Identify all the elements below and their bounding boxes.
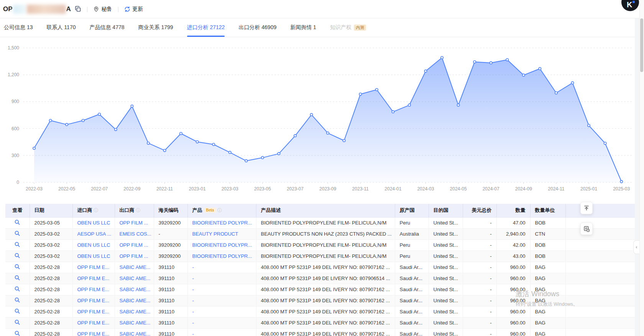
exporter-link[interactable]: SABIC AME...	[120, 287, 151, 292]
product-link[interactable]: -	[192, 331, 194, 336]
importer-link[interactable]: OPP FILM E...	[77, 309, 110, 315]
svg-text:1,200: 1,200	[8, 72, 19, 77]
product-link[interactable]: BIOORIENTED POLYPR...	[192, 242, 252, 248]
cell-destination: United St...	[429, 262, 463, 273]
beta-badge: Beta	[204, 208, 216, 213]
importer-link[interactable]: OPP FILM E...	[77, 275, 110, 281]
view-magnifier-icon[interactable]	[14, 297, 20, 303]
product-link[interactable]: BIOORIENTED POLYPR...	[192, 220, 252, 226]
tab-7[interactable]: 知识产权内测	[330, 18, 366, 37]
importer-link[interactable]: OPP FILM E...	[77, 320, 110, 326]
product-link[interactable]: -	[192, 309, 194, 315]
feedback-button[interactable]	[580, 223, 593, 235]
cell-quantity: 960.00	[496, 262, 530, 273]
back-to-top-button[interactable]	[580, 202, 593, 214]
col-header-importer: 进口商ⓘ	[72, 204, 115, 217]
cell-exporter: SABIC AME...	[115, 262, 154, 273]
cell-usd_total: -	[463, 273, 496, 284]
import-trend-chart: 03006009001,2001,5002022-032022-052022-0…	[0, 37, 639, 195]
refresh-button[interactable]: 更新	[124, 6, 143, 13]
cell-quantity: 960.00	[496, 317, 530, 328]
exporter-link[interactable]: SABIC AME...	[120, 275, 151, 281]
location-button[interactable]: 秘鲁	[93, 6, 112, 13]
view-magnifier-icon[interactable]	[14, 230, 20, 236]
cell-origin: Peru	[395, 251, 429, 262]
tab-5[interactable]: 出口分析 46909	[238, 18, 276, 37]
importer-link[interactable]: OBEN US LLC	[77, 242, 110, 248]
view-magnifier-icon[interactable]	[14, 219, 20, 225]
info-icon[interactable]: ⓘ	[136, 208, 141, 213]
svg-text:2024-03: 2024-03	[417, 186, 434, 192]
table-row: 2025-02-28OPP FILM E...SABIC AME...39111…	[5, 306, 635, 317]
collapse-panel-tab[interactable]: ‹	[633, 240, 639, 254]
cell-importer: OPP FILM E...	[72, 295, 115, 306]
table-row: 2025-02-28OPP FILM E...SABIC AME...39111…	[5, 328, 635, 336]
importer-link[interactable]: AESOP USA ...	[77, 231, 112, 237]
product-link[interactable]: -	[192, 275, 194, 281]
right-gutter	[635, 18, 639, 336]
shipments-table-wrap: 查看日期进口商ⓘ出口商ⓘ海关编码产品Betaⓘ产品描述原产国目的国美元总价数量数…	[5, 204, 635, 336]
cell-date: 2025-02-28	[30, 284, 72, 295]
cell-importer: OPP FILM E...	[72, 306, 115, 317]
tab-4[interactable]: 进口分析 27122	[187, 18, 225, 37]
view-magnifier-icon[interactable]	[14, 264, 20, 270]
importer-link[interactable]: OPP FILM E...	[77, 331, 110, 336]
exporter-link[interactable]: EMEIS COS...	[120, 231, 151, 237]
cell-origin: Saudi Ar...	[395, 284, 429, 295]
redacted-title-patch-2	[27, 5, 66, 14]
exporter-link[interactable]: OPP FILM ...	[120, 253, 148, 259]
cell-quantity: 960.00	[496, 306, 530, 317]
cell-date: 2025-03-02	[30, 228, 72, 239]
product-link[interactable]: BIOORIENTED POLYPR...	[192, 253, 252, 259]
cell-description: BIORIENTED POLYPROPYLENE FILM- PELICULA,…	[256, 217, 395, 228]
tab-label: 出口分析 46909	[238, 24, 276, 31]
view-magnifier-icon[interactable]	[14, 330, 20, 336]
product-link[interactable]: -	[192, 320, 194, 326]
scrollbar-thumb[interactable]	[640, 18, 643, 72]
view-magnifier-icon[interactable]	[14, 308, 20, 314]
svg-text:2023-03: 2023-03	[222, 186, 238, 192]
view-magnifier-icon[interactable]	[14, 241, 20, 247]
svg-text:2022-07: 2022-07	[91, 186, 108, 192]
cell-usd_total: -	[463, 306, 496, 317]
view-magnifier-icon[interactable]	[14, 252, 20, 259]
copy-icon[interactable]	[75, 6, 81, 12]
col-header-label: 美元总价	[472, 207, 492, 213]
exporter-link[interactable]: OPP FILM ...	[120, 242, 148, 248]
tab-label: 联系人 1170	[46, 24, 76, 31]
tab-1[interactable]: 联系人 1170	[46, 18, 76, 37]
importer-link[interactable]: OPP FILM E...	[77, 287, 110, 292]
tab-6[interactable]: 新闻舆情 1	[290, 18, 316, 37]
view-magnifier-icon[interactable]	[14, 286, 20, 292]
exporter-link[interactable]: SABIC AME...	[120, 298, 151, 303]
importer-link[interactable]: OPP FILM E...	[77, 264, 110, 270]
col-header-label: 海关编码	[159, 207, 179, 213]
product-link[interactable]: BEAUTY PRODUCT	[192, 231, 238, 237]
exporter-link[interactable]: SABIC AME...	[120, 331, 151, 336]
exporter-link[interactable]: SABIC AME...	[120, 320, 151, 326]
view-magnifier-icon[interactable]	[14, 319, 20, 325]
info-icon[interactable]: ⓘ	[94, 208, 99, 213]
tab-2[interactable]: 产品信息 4778	[89, 18, 124, 37]
product-link[interactable]: -	[192, 264, 194, 270]
importer-link[interactable]: OBEN US LLC	[77, 220, 110, 226]
exporter-link[interactable]: SABIC AME...	[120, 309, 151, 315]
cell-view	[5, 251, 30, 262]
info-icon[interactable]: ⓘ	[217, 208, 222, 213]
location-pin-icon	[93, 6, 99, 12]
importer-link[interactable]: OPP FILM E...	[77, 298, 110, 303]
tab-3[interactable]: 商业关系 1799	[138, 18, 173, 37]
cell-view	[5, 306, 30, 317]
product-link[interactable]: -	[192, 298, 194, 303]
exporter-link[interactable]: SABIC AME...	[120, 264, 151, 270]
col-header-label: 产品描述	[261, 207, 281, 213]
cell-view	[5, 228, 30, 239]
importer-link[interactable]: OBEN US LLC	[77, 253, 110, 259]
view-magnifier-icon[interactable]	[14, 275, 20, 281]
cell-product: BIOORIENTED POLYPR...	[187, 217, 256, 228]
col-header-label: 数量	[516, 207, 526, 213]
cell-usd_total: -	[463, 295, 496, 306]
product-link[interactable]: -	[192, 287, 194, 292]
tab-0[interactable]: 公司信息 13	[4, 18, 33, 37]
exporter-link[interactable]: OPP FILM ...	[120, 220, 148, 226]
